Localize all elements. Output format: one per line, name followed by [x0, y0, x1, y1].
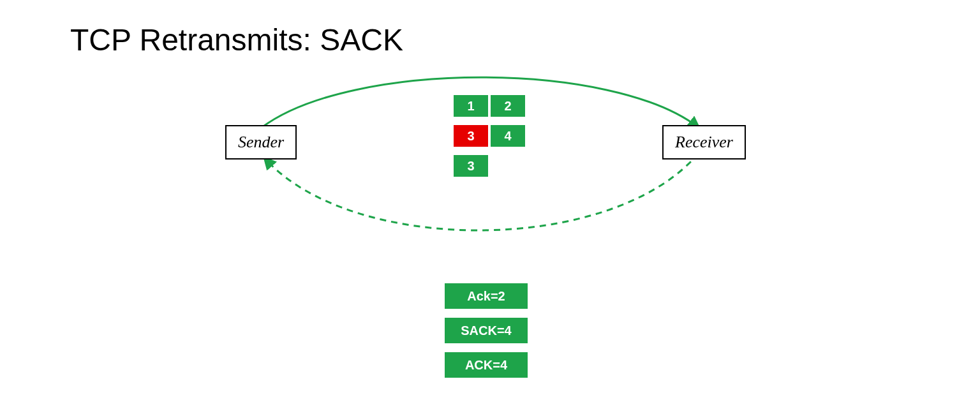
packet-3-retransmit: 3: [453, 154, 489, 177]
sender-node: Sender: [225, 125, 297, 160]
ack-message-1: SACK=4: [445, 318, 528, 343]
packet-4: 4: [490, 124, 526, 147]
packet-1: 1: [453, 94, 489, 117]
ack-message-2: ACK=4: [445, 352, 528, 378]
ack-message-0: Ack=2: [445, 283, 528, 309]
packet-2: 2: [490, 94, 526, 117]
receiver-node: Receiver: [662, 125, 746, 160]
packet-3-lost: 3: [453, 124, 489, 147]
